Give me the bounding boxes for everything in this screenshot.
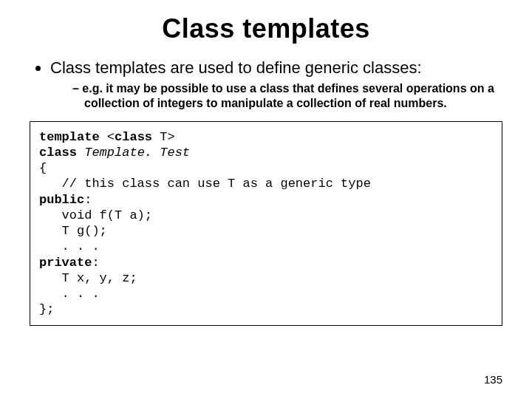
code-text: T x, y, z;	[39, 271, 137, 285]
code-text: void f(T a);	[39, 208, 152, 222]
code-text: {	[39, 161, 47, 175]
code-text: <	[100, 130, 115, 144]
bullet-list: Class templates are used to define gener…	[30, 58, 502, 111]
code-keyword: class	[39, 146, 77, 160]
code-text: . . .	[39, 287, 100, 301]
bullet-level1: Class templates are used to define gener…	[50, 58, 502, 111]
code-keyword: private	[39, 256, 92, 270]
code-text: T g();	[39, 224, 107, 238]
code-text: :	[92, 256, 99, 270]
code-text: };	[39, 302, 54, 316]
code-text: T>	[152, 130, 175, 144]
slide-title: Class templates	[30, 13, 502, 44]
code-text: :	[84, 193, 92, 207]
code-text	[77, 146, 84, 160]
code-text: . . .	[39, 239, 100, 253]
code-keyword: class	[115, 130, 152, 144]
code-keyword: template	[39, 130, 100, 144]
sub-bullet-text: e.g. it may be possible to use a class t…	[82, 82, 494, 109]
bullet-text: Class templates are used to define gener…	[50, 58, 422, 77]
code-keyword: public	[39, 193, 84, 207]
sub-bullet-list: e.g. it may be possible to use a class t…	[50, 81, 502, 111]
bullet-level2: e.g. it may be possible to use a class t…	[72, 81, 502, 111]
code-classname: Template. Test	[84, 146, 190, 160]
page-number: 135	[484, 373, 502, 386]
code-text: // this class can use T as a generic typ…	[39, 177, 371, 191]
code-block: template <class T> class Template. Test …	[30, 121, 502, 326]
